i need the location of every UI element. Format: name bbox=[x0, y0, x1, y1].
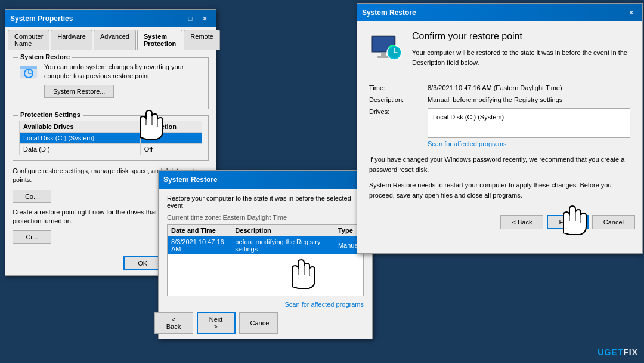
event-description: before modifying the Registry settings bbox=[231, 236, 335, 255]
sys-restore-section-icon bbox=[19, 63, 38, 84]
tab-remote[interactable]: Remote bbox=[184, 30, 220, 50]
close-button[interactable]: ✕ bbox=[198, 13, 211, 24]
tab-system-protection[interactable]: System Protection bbox=[137, 30, 182, 50]
confirm-warning1: If you have changed your Windows passwor… bbox=[369, 155, 630, 174]
next-button[interactable]: Next > bbox=[197, 312, 236, 334]
col-available-drives: Available Drives bbox=[20, 121, 141, 132]
confirm-back-button[interactable]: < Back bbox=[500, 215, 543, 229]
col-protection: Protection bbox=[140, 121, 202, 132]
system-properties-title-bar: System Properties ─ □ ✕ bbox=[5, 10, 216, 27]
time-value: 8/3/2021 10:47:16 AM (Eastern Daylight T… bbox=[428, 84, 630, 91]
confirm-header: Confirm your restore point Your computer… bbox=[369, 31, 630, 77]
drive-name-d: Data (D:) bbox=[20, 143, 141, 155]
sys-restore-subtitle: Restore your computer to the state it wa… bbox=[167, 195, 364, 209]
table-row[interactable]: Local Disk (C:) (System) On bbox=[20, 132, 202, 143]
back-button[interactable]: < Back bbox=[154, 312, 193, 334]
minimize-button[interactable]: ─ bbox=[169, 13, 182, 24]
watermark-prefix: UGET bbox=[597, 347, 623, 357]
system-properties-title: System Properties bbox=[10, 14, 73, 23]
confirm-cancel-button[interactable]: Cancel bbox=[592, 215, 635, 229]
confirm-dialog-title: System Restore bbox=[362, 8, 416, 17]
restore-event-row[interactable]: 8/3/2021 10:47:16 AM before modifying th… bbox=[168, 236, 363, 255]
tab-advanced[interactable]: Advanced bbox=[94, 30, 136, 50]
restore-table: Date and Time Description Type 8/3/2021 … bbox=[168, 225, 363, 254]
sys-restore-dialog-title: System Restore bbox=[163, 176, 218, 184]
drives-value: Local Disk (C:) (System) bbox=[433, 113, 504, 121]
confirm-buttons: < Back Finish Cancel bbox=[357, 210, 642, 234]
sys-restore-row: You can undo system changes by reverting… bbox=[19, 63, 202, 98]
system-restore-dialog: System Restore ✕ Restore your computer t… bbox=[158, 170, 373, 339]
system-restore-section: System Restore You can undo system chang… bbox=[13, 57, 209, 109]
drives-label: Drives: bbox=[369, 108, 423, 147]
confirm-heading: Confirm your restore point bbox=[412, 31, 630, 42]
watermark-suffix: FIX bbox=[623, 347, 638, 357]
drive-protection-d: Off bbox=[140, 143, 202, 155]
drives-box: Local Disk (C:) (System) bbox=[428, 108, 630, 138]
svg-rect-6 bbox=[377, 56, 389, 58]
system-restore-label: System Restore bbox=[18, 53, 72, 60]
sys-restore-buttons: < Back Next > Cancel bbox=[159, 307, 285, 339]
table-row[interactable]: Data (D:) Off bbox=[20, 143, 202, 155]
protection-settings-label: Protection Settings bbox=[18, 111, 83, 118]
maximize-button[interactable]: □ bbox=[184, 13, 197, 24]
sys-restore-title-bar: System Restore ✕ bbox=[159, 171, 372, 189]
create-button[interactable]: Cr... bbox=[13, 230, 51, 244]
tab-hardware[interactable]: Hardware bbox=[51, 30, 92, 50]
title-bar-controls: ─ □ ✕ bbox=[169, 13, 211, 24]
protection-settings-section: Protection Settings Available Drives Pro… bbox=[13, 115, 209, 161]
confirm-warning2: System Restore needs to restart your com… bbox=[369, 180, 630, 200]
description-value: Manual: before modifying the Registry se… bbox=[428, 96, 630, 103]
scan-link[interactable]: Scan for affected programs bbox=[428, 140, 630, 147]
confirm-content: Confirm your restore point Your computer… bbox=[357, 21, 642, 210]
scan-link-small[interactable]: Scan for affected programs bbox=[285, 301, 364, 308]
col-description: Description bbox=[231, 225, 335, 236]
finish-button[interactable]: Finish bbox=[547, 215, 588, 229]
timezone-text: Current time zone: Eastern Daylight Time bbox=[167, 214, 364, 221]
cancel-button-restore[interactable]: Cancel bbox=[239, 312, 278, 334]
system-restore-button[interactable]: System Restore... bbox=[44, 85, 114, 98]
confirm-close-button[interactable]: ✕ bbox=[624, 7, 637, 18]
svg-rect-1 bbox=[20, 66, 37, 69]
ok-button[interactable]: OK bbox=[123, 256, 162, 270]
confirm-restore-dialog: System Restore ✕ bbox=[357, 3, 643, 254]
time-label: Time: bbox=[369, 84, 423, 91]
tab-bar: Computer Name Hardware Advanced System P… bbox=[5, 27, 216, 50]
confirm-description: Your computer will be restored to the st… bbox=[412, 48, 630, 67]
drive-name-c: Local Disk (C:) (System) bbox=[20, 132, 141, 143]
svg-rect-5 bbox=[381, 53, 386, 56]
watermark: UGETFIX bbox=[597, 347, 638, 357]
confirm-title-bar: System Restore ✕ bbox=[357, 4, 642, 21]
sys-restore-description: You can undo system changes by reverting… bbox=[44, 63, 202, 98]
sys-restore-content: Restore your computer to the state it wa… bbox=[159, 189, 372, 307]
confirm-header-icon bbox=[369, 31, 402, 66]
col-date-time: Date and Time bbox=[168, 225, 231, 236]
confirm-text-area: Confirm your restore point Your computer… bbox=[412, 31, 630, 77]
restore-table-wrapper: Date and Time Description Type 8/3/2021 … bbox=[167, 224, 364, 296]
description-label: Description: bbox=[369, 96, 423, 103]
configure-button[interactable]: Co... bbox=[13, 190, 51, 203]
drives-box-wrapper: Local Disk (C:) (System) Scan for affect… bbox=[428, 108, 630, 147]
protection-table: Available Drives Protection Local Disk (… bbox=[19, 121, 202, 155]
tab-computer-name[interactable]: Computer Name bbox=[8, 30, 49, 50]
confirm-grid: Time: 8/3/2021 10:47:16 AM (Eastern Dayl… bbox=[369, 84, 630, 147]
drive-protection-c: On bbox=[140, 132, 202, 143]
confirm-controls: ✕ bbox=[624, 7, 637, 18]
event-date: 8/3/2021 10:47:16 AM bbox=[168, 236, 231, 255]
